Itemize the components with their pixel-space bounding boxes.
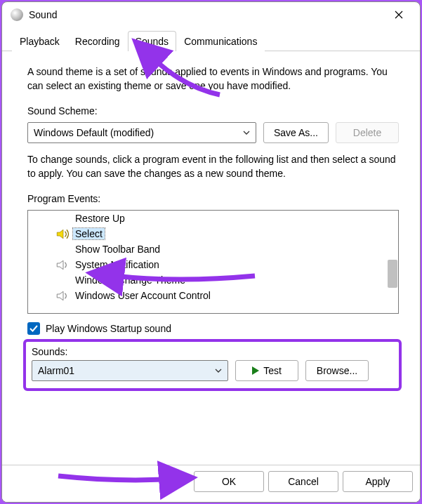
apply-button[interactable]: Apply [343,471,413,492]
event-label: Select [73,228,105,239]
titlebar: Sound [2,2,420,27]
sound-scheme-select[interactable]: Windows Default (modified) [27,122,256,143]
cancel-button[interactable]: Cancel [268,471,338,492]
speaker-gray-icon [56,259,70,270]
sound-dialog: Sound Playback Recording Sounds Communic… [1,1,421,503]
delete-button: Delete [336,122,399,143]
play-icon [252,366,259,375]
speaker-gray-icon [56,290,70,301]
speaker-yellow-icon [56,228,70,239]
event-item[interactable]: Restore Up [35,211,398,226]
event-item-selected[interactable]: Select [35,226,398,241]
browse-button[interactable]: Browse... [305,360,369,381]
blank-icon [56,244,70,255]
chevron-down-icon [215,367,222,374]
program-events-list[interactable]: Restore Up Select Show Toolbar Band [27,210,399,314]
close-button[interactable] [383,4,414,25]
scrollbar-thumb[interactable] [388,260,397,288]
chevron-down-icon [243,129,250,136]
dialog-footer: OK Cancel Apply [2,465,420,502]
sound-scheme-value: Windows Default (modified) [34,127,154,138]
sounds-highlight-box: Sounds: Alarm01 Test Browse... [23,339,402,391]
tab-content: A sound theme is a set of sounds applied… [2,51,420,465]
program-events-label: Program Events: [27,193,399,204]
event-label: System Notification [73,259,161,270]
blank-icon [56,274,70,286]
blank-icon [56,213,70,224]
event-label: Windows User Account Control [73,290,213,301]
event-item[interactable]: System Notification [35,257,398,272]
event-label: Windows Change Theme [73,274,187,286]
event-label: Restore Up [73,213,127,224]
tab-strip: Playback Recording Sounds Communications [2,30,420,51]
event-item[interactable]: Windows Change Theme [35,272,398,288]
event-item[interactable]: Show Toolbar Band [35,241,398,257]
ok-button[interactable]: OK [194,471,264,492]
event-label: Show Toolbar Band [73,244,162,255]
startup-sound-label: Play Windows Startup sound [46,323,171,334]
tab-communications[interactable]: Communications [176,31,265,51]
sounds-select[interactable]: Alarm01 [32,360,228,381]
theme-description: A sound theme is a set of sounds applied… [27,65,399,93]
sounds-label: Sounds: [32,346,393,357]
sounds-value: Alarm01 [38,365,74,376]
change-description: To change sounds, click a program event … [27,153,399,180]
test-button[interactable]: Test [235,360,298,381]
tab-recording[interactable]: Recording [67,31,128,51]
window-title: Sound [29,9,383,20]
close-icon [395,11,403,19]
check-icon [29,325,38,332]
tab-playback[interactable]: Playback [12,31,67,51]
save-as-button[interactable]: Save As... [263,122,329,143]
event-item[interactable]: Windows User Account Control [35,288,398,303]
sound-scheme-label: Sound Scheme: [27,105,399,117]
startup-sound-checkbox[interactable] [27,322,40,335]
sound-icon [11,8,23,21]
test-label: Test [263,365,282,376]
tab-sounds[interactable]: Sounds [128,31,176,51]
